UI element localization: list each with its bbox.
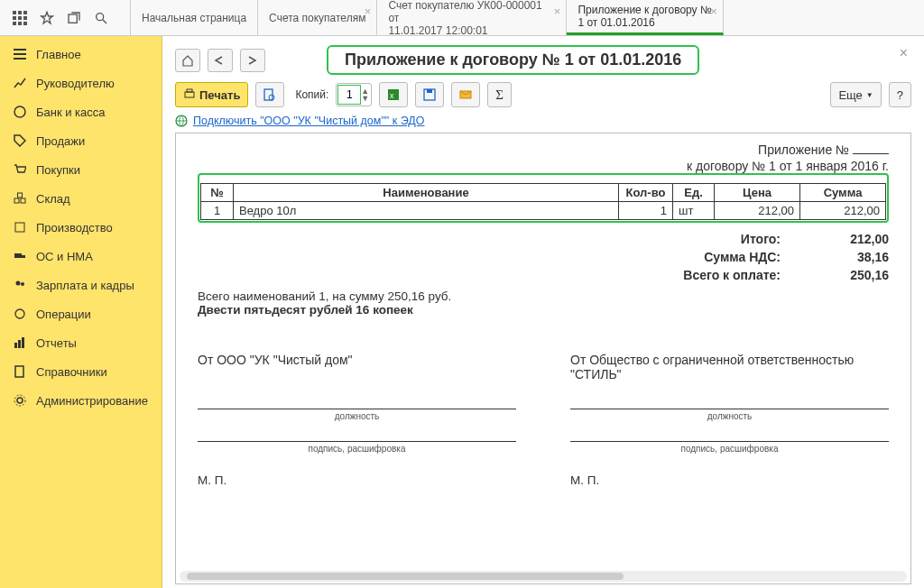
sign-from-right: От Общество с ограниченной ответственнос… <box>570 353 889 385</box>
boxes-icon <box>13 191 27 206</box>
sidebar-item-label: Зарплата и кадры <box>36 279 134 292</box>
svg-point-25 <box>17 398 23 403</box>
svg-rect-23 <box>22 337 24 348</box>
close-main-icon[interactable]: × <box>900 45 908 61</box>
main: Приложение к договору № 1 от 01.01.2016 … <box>162 36 924 588</box>
table-row[interactable]: 1 Ведро 10л 1 шт 212,00 212,00 <box>201 202 886 220</box>
cell-unit: шт <box>673 202 715 220</box>
main-header: Приложение к договору № 1 от 01.01.2016 … <box>162 36 924 78</box>
sidebar-item-label: Покупки <box>36 163 80 177</box>
svg-rect-6 <box>13 22 16 25</box>
col-name: Наименование <box>234 184 619 202</box>
sidebar-item-label: Отчеты <box>36 336 77 350</box>
sidebar-item-manager[interactable]: Руководителю <box>0 69 162 97</box>
help-button[interactable]: ? <box>889 82 911 107</box>
sign-from-left: От ООО "УК "Чистый дом" <box>198 353 516 385</box>
sidebar-item-warehouse[interactable]: Склад <box>0 184 162 213</box>
nds-val: 38,16 <box>817 248 889 266</box>
svg-rect-27 <box>185 92 194 97</box>
bars-icon <box>13 335 27 350</box>
sidebar-item-purchases[interactable]: Покупки <box>0 155 162 184</box>
copies-input[interactable] <box>337 85 361 105</box>
new-window-icon[interactable] <box>67 11 81 25</box>
sidebar-item-operations[interactable]: Операции <box>0 299 162 328</box>
sidebar-item-reports[interactable]: Отчеты <box>0 328 162 357</box>
col-num: № <box>201 184 234 202</box>
svg-rect-22 <box>18 340 21 348</box>
svg-rect-7 <box>18 22 22 25</box>
sidebar-item-label: Руководителю <box>36 77 115 90</box>
sidebar-item-sales[interactable]: Продажи <box>0 126 162 155</box>
preview-button[interactable] <box>255 82 284 107</box>
edo-link[interactable]: Подключить "ООО "УК "Чистый дом"" к ЭДО <box>193 115 424 127</box>
sum-button[interactable]: Σ <box>487 82 512 107</box>
gear-icon <box>13 393 27 408</box>
sidebar-item-catalogs[interactable]: Справочники <box>0 357 162 386</box>
home-button[interactable] <box>175 49 200 72</box>
sidebar-item-label: Продажи <box>36 134 85 148</box>
tab-invoices[interactable]: Счета покупателям × <box>258 0 377 35</box>
sidebar-item-admin[interactable]: Администрирование <box>0 386 162 415</box>
sidebar-item-label: Справочники <box>36 365 107 379</box>
itogo-val: 212,00 <box>817 230 889 248</box>
chart-up-icon <box>13 76 27 90</box>
save-button[interactable] <box>415 82 444 107</box>
cell-name: Ведро 10л <box>234 202 619 220</box>
mail-button[interactable] <box>451 82 480 107</box>
tab-invoice-detail[interactable]: Счет покупателю УК00-000001 от 11.01.201… <box>377 0 567 35</box>
copies-spinner[interactable]: ▲▼ <box>361 87 370 102</box>
excel-button[interactable]: x <box>379 82 408 107</box>
globe-icon <box>175 115 188 127</box>
tab-appendix[interactable]: Приложение к договору № 1 от 01.01.2016 … <box>567 0 723 35</box>
more-button[interactable]: Еще ▼ <box>830 82 881 107</box>
svg-rect-28 <box>187 89 192 92</box>
print-button[interactable]: Печать <box>175 82 248 107</box>
cart-icon <box>13 162 27 177</box>
topbar-toolbar <box>0 0 131 35</box>
sidebar-item-home[interactable]: Главное <box>0 40 162 69</box>
close-icon[interactable]: × <box>365 5 372 18</box>
print-label: Печать <box>199 88 240 102</box>
tabs: Начальная страница Счета покупателям × С… <box>131 0 924 35</box>
svg-point-30 <box>269 95 274 100</box>
apps-icon[interactable] <box>13 11 27 25</box>
close-icon[interactable]: × <box>554 5 561 18</box>
sidebar-item-label: Банк и касса <box>36 106 106 119</box>
search-icon[interactable] <box>94 11 108 25</box>
star-icon[interactable] <box>40 11 54 25</box>
mp-left: М. П. <box>198 473 516 487</box>
svg-point-19 <box>16 281 21 286</box>
sum-text: Всего наименований 1, на сумму 250,16 ру… <box>198 289 889 317</box>
sidebar-item-hr[interactable]: Зарплата и кадры <box>0 271 162 299</box>
copies-label: Копий: <box>295 88 328 101</box>
svg-rect-15 <box>18 193 23 198</box>
forward-button[interactable] <box>240 49 265 72</box>
svg-point-26 <box>14 395 25 406</box>
tab-label: Счета покупателям <box>269 12 365 24</box>
tab-sublabel: 1 от 01.01.2016 <box>578 16 711 29</box>
sidebar-item-label: Операции <box>36 308 91 321</box>
sidebar-item-assets[interactable]: ОС и НМА <box>0 242 162 271</box>
sidebar-item-label: Склад <box>36 192 70 206</box>
svg-rect-3 <box>13 16 16 20</box>
sidebar-item-bank[interactable]: Банк и касса <box>0 97 162 126</box>
coin-icon <box>13 105 27 119</box>
total-label: Всего к оплате: <box>672 266 781 284</box>
svg-rect-5 <box>23 16 27 20</box>
sidebar-item-label: Производство <box>36 221 113 234</box>
sum-line1: Всего наименований 1, на сумму 250,16 ру… <box>198 289 889 303</box>
tab-label: Счет покупателю УК00-000001 от <box>388 0 555 24</box>
sidebar-item-label: Администрирование <box>36 394 148 408</box>
horizontal-scrollbar[interactable] <box>180 571 907 582</box>
sidebar-item-production[interactable]: Производство <box>0 213 162 242</box>
tab-home[interactable]: Начальная страница <box>131 0 258 35</box>
back-button[interactable] <box>208 49 233 72</box>
mp-right: М. П. <box>570 473 889 487</box>
truck-icon <box>13 249 27 263</box>
page-title: Приложение к договору № 1 от 01.01.2016 <box>327 45 699 75</box>
appendix-head: Приложение № к договору № 1 от 1 января … <box>198 142 889 173</box>
menu-icon <box>13 47 27 61</box>
topbar: Начальная страница Счета покупателям × С… <box>0 0 924 36</box>
close-icon[interactable]: × <box>710 5 717 18</box>
appendix-prefix: Приложение № <box>758 142 849 157</box>
